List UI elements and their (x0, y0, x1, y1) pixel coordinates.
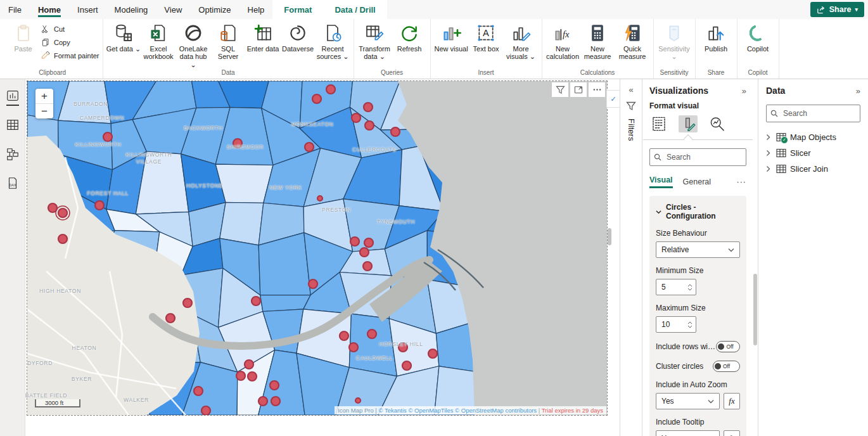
map-circle[interactable] (352, 113, 361, 122)
table-view-icon[interactable] (6, 118, 20, 132)
menu-item-view[interactable]: View (156, 0, 190, 19)
map-circle[interactable] (365, 121, 374, 130)
text-box-button[interactable]: AText box (469, 21, 504, 53)
map-circle[interactable] (349, 343, 358, 352)
size-behaviour-dropdown[interactable]: Relative (656, 241, 740, 258)
data-search-box[interactable] (766, 105, 860, 122)
paste-button[interactable]: Paste (6, 21, 41, 53)
publish-button[interactable]: Publish (699, 21, 734, 53)
include-tooltip-fx-button[interactable]: fx (724, 430, 740, 436)
spinner-steppers[interactable] (687, 284, 692, 291)
enter-data-button[interactable]: Enter data (246, 21, 281, 53)
map-circle[interactable] (364, 103, 373, 112)
include-in-auto-zoom-dropdown[interactable]: Yes (656, 393, 720, 409)
map-circle[interactable] (340, 331, 348, 340)
quick-measure-button[interactable]: Quick measure (615, 21, 650, 61)
format-painter-button[interactable]: Format painter (41, 50, 99, 61)
map-circle[interactable] (326, 85, 335, 94)
spinner-steppers[interactable] (687, 321, 692, 328)
map-circle[interactable] (58, 234, 67, 243)
tab-visual[interactable]: Visual (649, 176, 673, 188)
onelake-button[interactable]: OneLake data hub ⌄ (176, 21, 211, 68)
copy-button[interactable]: Copy (41, 37, 99, 48)
canvas-scrollbar-thumb[interactable] (608, 228, 611, 245)
model-view-icon[interactable] (6, 147, 20, 161)
map-circle[interactable] (309, 279, 317, 288)
dataverse-button[interactable]: Dataverse (281, 21, 316, 53)
map-circle[interactable] (103, 132, 112, 141)
map-circle[interactable] (201, 406, 210, 415)
transform-data-button[interactable]: Transform data ⌄ (357, 21, 392, 61)
menu-item-home[interactable]: Home (30, 0, 69, 19)
expand-chevron-icon[interactable] (766, 150, 772, 157)
choropleth-map[interactable] (27, 81, 607, 415)
map-circle[interactable] (270, 381, 279, 390)
expand-chevron-icon[interactable] (766, 134, 772, 141)
map-circle[interactable] (258, 397, 267, 406)
new-measure-button[interactable]: New measure (580, 21, 615, 61)
tab-general[interactable]: General (683, 177, 711, 186)
menu-item-data-drill[interactable]: Data / Drill (323, 0, 386, 19)
include-tooltip-dropdown[interactable]: Yes (656, 430, 720, 436)
report-canvas[interactable]: BURRADONCAMPERDOWNKILLINGWORTHKILLINGWOR… (25, 79, 620, 436)
build-visual-icon[interactable] (649, 115, 668, 132)
filter-icon[interactable] (552, 82, 568, 97)
map-circle[interactable] (350, 237, 359, 246)
map-circle[interactable] (317, 196, 322, 201)
cluster-circles-toggle[interactable]: Off (713, 361, 740, 372)
map-circle[interactable] (252, 297, 260, 305)
icon-map-visual[interactable]: BURRADONCAMPERDOWNKILLINGWORTHKILLINGWOR… (27, 81, 607, 415)
more-options-icon[interactable] (589, 82, 605, 97)
refresh-button[interactable]: Refresh (392, 21, 427, 53)
data-table-map-objects[interactable]: ✓Map Objects (766, 129, 860, 145)
sql-server-button[interactable]: SQL Server (211, 21, 246, 61)
get-data-button[interactable]: Get data ⌄ (106, 21, 141, 53)
share-button[interactable]: Share ▾ (810, 2, 864, 17)
new-visual-button[interactable]: New visual (434, 21, 469, 53)
map-circle[interactable] (166, 314, 175, 323)
focus-mode-icon[interactable] (570, 82, 587, 97)
maximum-size-spinner[interactable]: 10 (656, 316, 696, 333)
map-circle[interactable] (271, 397, 280, 406)
format-search-box[interactable] (649, 148, 746, 166)
zoom-in-button[interactable]: + (35, 89, 53, 103)
menu-item-optimize[interactable]: Optimize (190, 0, 239, 19)
data-search-input[interactable] (782, 108, 856, 119)
map-circle[interactable] (183, 298, 192, 307)
menu-item-modeling[interactable]: Modeling (106, 0, 156, 19)
format-search-input[interactable] (665, 152, 742, 162)
format-visual-icon[interactable] (679, 115, 698, 132)
map-circle[interactable] (363, 262, 372, 271)
map-circle[interactable] (312, 94, 321, 103)
map-circle[interactable] (58, 208, 67, 217)
report-view-icon[interactable] (6, 89, 20, 103)
map-circle[interactable] (355, 398, 361, 403)
map-circle[interactable] (305, 143, 314, 151)
data-table-slicer[interactable]: Slicer (766, 145, 860, 161)
expand-filters-icon[interactable]: « (629, 86, 633, 94)
map-circle[interactable] (391, 127, 400, 136)
map-circle[interactable] (248, 372, 257, 381)
map-circle[interactable] (194, 387, 203, 395)
collapse-visualizations-icon[interactable]: » (742, 87, 746, 95)
analytics-icon[interactable] (708, 115, 727, 132)
include-rows-with-n-toggle[interactable]: Off (716, 341, 740, 352)
map-circle[interactable] (402, 361, 411, 370)
map-circle[interactable] (360, 248, 369, 257)
circles-configuration-header[interactable]: Circles - Configuration (656, 203, 740, 221)
cut-button[interactable]: Cut (41, 23, 99, 34)
filters-pane-title[interactable]: Filters (627, 119, 636, 141)
sensitivity-button[interactable]: Sensitivity ⌄ (657, 21, 692, 61)
collapse-data-icon[interactable]: » (856, 87, 860, 95)
map-circle[interactable] (399, 343, 407, 352)
visualizations-scrollbar[interactable] (753, 79, 758, 436)
map-circle[interactable] (364, 238, 373, 247)
expand-chevron-icon[interactable] (766, 165, 772, 172)
slicer-checkbox[interactable]: ✓ (606, 90, 620, 108)
filter-funnel-icon[interactable] (626, 101, 636, 111)
copilot-button[interactable]: Copilot (741, 21, 775, 53)
map-circle[interactable] (245, 360, 253, 369)
more-visuals-button[interactable]: More visuals ⌄ (504, 21, 539, 61)
tabs-more-options[interactable]: ··· (737, 177, 747, 186)
excel-workbook-button[interactable]: Excel workbook (141, 21, 176, 61)
